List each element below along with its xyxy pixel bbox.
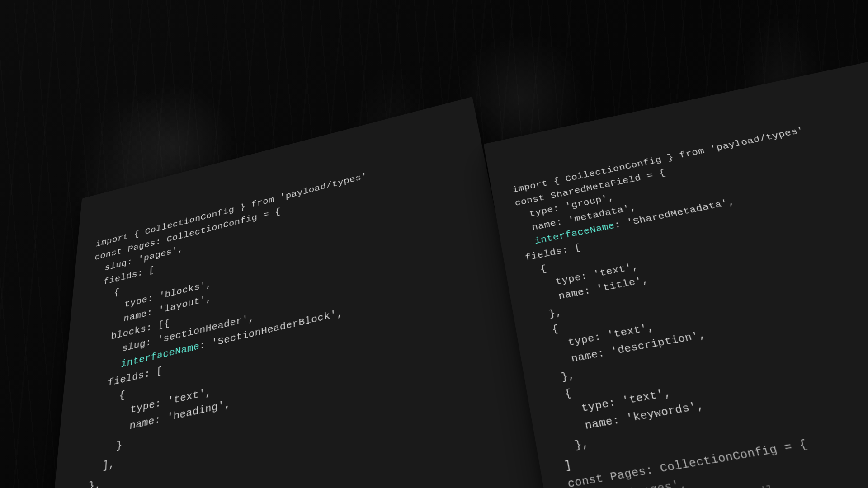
code-card-left: import { CollectionConfig } from 'payloa… [40, 97, 561, 488]
scene-container: import { CollectionConfig } from 'payloa… [0, 0, 868, 488]
code-block-left: import { CollectionConfig } from 'payloa… [69, 146, 522, 488]
code-card-right: import { CollectionConfig } from 'payloa… [484, 62, 868, 488]
code-block-right: import { CollectionConfig } from 'payloa… [511, 110, 868, 488]
